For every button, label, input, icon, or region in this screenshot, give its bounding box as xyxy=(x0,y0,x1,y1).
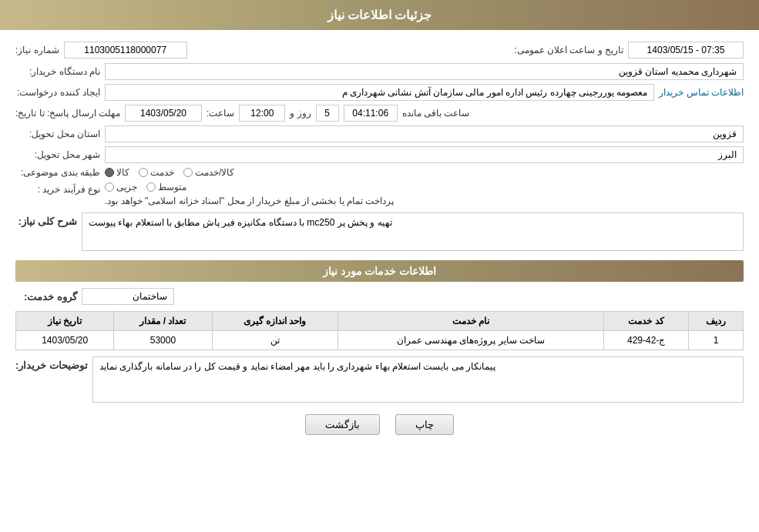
sharh-row: شرح کلی نیاز: تهیه و پخش پر mc250 با دست… xyxy=(15,212,744,251)
table-row: 1ج-42-429ساخت سایر پروژه‌های مهندسی عمرا… xyxy=(16,331,744,350)
col-tedad: تعداد / مقدار xyxy=(114,312,212,331)
khadamat-section-header: اطلاعات خدمات مورد نیاز xyxy=(15,260,744,282)
mohlat-rooz-label: روز و xyxy=(290,108,311,119)
mohlat-baqi-value: 04:11:06 xyxy=(344,105,398,122)
shomara-value: 1103005118000077 xyxy=(64,42,187,59)
shomara-label: شماره نیاز: xyxy=(15,45,59,55)
noe-motavasset[interactable]: متوسط xyxy=(146,182,186,192)
noe-jozi[interactable]: جزیی xyxy=(105,182,137,192)
tarikhe-elan-label: تاریخ و ساعت اعلان عمومی: xyxy=(514,45,623,55)
ijad-konande-value: معصومه یوررجینی چهارده رئیس اداره امور م… xyxy=(105,84,654,101)
shahr-tahvil-row: شهر محل تحویل: البرز xyxy=(15,146,744,163)
noe-farayand-label: نوع فرآیند خرید : xyxy=(15,182,100,195)
tabaqe-khedmat[interactable]: خدمت xyxy=(139,167,174,178)
noe-farayand-text: پرداخت تمام یا بخشی از مبلغ خریدار از مح… xyxy=(105,196,394,206)
table-cell-tedad: 53000 xyxy=(114,331,212,350)
col-tarikh: تاریخ نیاز xyxy=(16,312,114,331)
col-vahed: واحد اندازه گیری xyxy=(212,312,338,331)
tabaqe-options: کالا خدمت کالا/خدمت xyxy=(105,167,234,178)
khadamat-table: ردیف کد خدمت نام خدمت واحد اندازه گیری ت… xyxy=(15,311,744,350)
tabaqe-kala-khedmat-radio[interactable] xyxy=(183,168,193,177)
chap-button[interactable]: چاپ xyxy=(395,414,454,435)
noe-farayand-container: جزیی متوسط پرداخت تمام یا بخشی از مبلغ خ… xyxy=(105,182,744,206)
ijad-konande-row: ایجاد کننده درخواست: معصومه یوررجینی چها… xyxy=(15,84,744,101)
mohlat-baqi-label: ساعت باقی مانده xyxy=(402,108,470,119)
col-nam: نام خدمت xyxy=(338,312,604,331)
col-radif: ردیف xyxy=(688,312,743,331)
noe-farayand-row: نوع فرآیند خرید : جزیی متوسط پرداخت تمام… xyxy=(15,182,744,206)
noe-jozi-radio[interactable] xyxy=(105,182,114,192)
ostan-tahvil-label: استان محل تحویل: xyxy=(15,129,100,139)
sharh-box: تهیه و پخش پر mc250 با دستگاه مکانیزه فی… xyxy=(82,212,744,251)
tabaqe-khedmat-radio[interactable] xyxy=(139,168,148,177)
tabaqe-kala-khedmat[interactable]: کالا/خدمت xyxy=(183,167,234,178)
tabaqe-row: طبقه بندی موضوعی: کالا خدمت کالا/خدمت xyxy=(15,167,744,178)
ijad-konande-label: ایجاد کننده درخواست: xyxy=(15,87,100,98)
ijad-konande-link[interactable]: اطلاعات تماس خریدار xyxy=(659,87,744,98)
page-header: جزئیات اطلاعات نیاز xyxy=(0,0,759,30)
noe-farayand-options: جزیی متوسط xyxy=(105,182,186,192)
table-cell-tarikh: 1403/05/20 xyxy=(16,331,114,350)
grouh-value: ساختمان xyxy=(82,288,174,305)
col-kod: کد خدمت xyxy=(604,312,689,331)
shahr-tahvil-label: شهر محل تحویل: xyxy=(15,149,100,160)
tarikhe-elan-value: 1403/05/15 - 07:35 xyxy=(628,42,744,59)
mohlat-label: مهلت ارسال پاسخ: تا تاریخ: xyxy=(15,108,120,119)
tawzihat-label: توضیحات خریدار: xyxy=(15,356,88,371)
tabaqe-label: طبقه بندی موضوعی: xyxy=(15,167,100,178)
tawzihat-box: پیمانکار می بایست استعلام بهاء شهرداری ر… xyxy=(92,356,744,403)
khadamat-table-section: ردیف کد خدمت نام خدمت واحد اندازه گیری ت… xyxy=(15,311,744,350)
grouh-label: گروه خدمت: xyxy=(15,291,77,303)
mohlat-saaat-value: 12:00 xyxy=(239,105,285,122)
tawzihat-row: توضیحات خریدار: پیمانکار می بایست استعلا… xyxy=(15,356,744,403)
bazgasht-button[interactable]: بازگشت xyxy=(305,414,380,435)
mohlat-rooz-value: 5 xyxy=(316,105,339,122)
tabaqe-kala[interactable]: کالا xyxy=(105,167,129,178)
ostan-tahvil-value: قزوین xyxy=(105,125,744,142)
ostan-tahvil-row: استان محل تحویل: قزوین xyxy=(15,125,744,142)
page-title: جزئیات اطلاعات نیاز xyxy=(327,8,432,22)
nam-dastgah-row: نام دستگاه خریدار: شهرداری محمدیه استان … xyxy=(15,63,744,80)
tabaqe-kala-radio[interactable] xyxy=(105,168,114,177)
table-cell-radif: 1 xyxy=(688,331,743,350)
mohlat-row: مهلت ارسال پاسخ: تا تاریخ: 1403/05/20 سا… xyxy=(15,105,744,122)
ijad-konande-container: معصومه یوررجینی چهارده رئیس اداره امور م… xyxy=(105,84,744,101)
sharh-label: شرح کلی نیاز: xyxy=(15,212,77,227)
table-cell-vahed: تن xyxy=(212,331,338,350)
table-cell-nam: ساخت سایر پروژه‌های مهندسی عمران xyxy=(338,331,604,350)
table-cell-kod: ج-42-429 xyxy=(604,331,689,350)
noe-motavasset-radio[interactable] xyxy=(146,182,156,192)
grouh-row: گروه خدمت: ساختمان xyxy=(15,288,744,305)
nam-dastgah-label: نام دستگاه خریدار: xyxy=(15,66,100,77)
bottom-buttons: چاپ بازگشت xyxy=(15,414,744,450)
mohlat-date: 1403/05/20 xyxy=(125,105,202,122)
nam-dastgah-value: شهرداری محمدیه استان قزوین xyxy=(105,63,744,80)
mohlat-saaat-label: ساعت: xyxy=(207,108,234,119)
shahr-tahvil-value: البرز xyxy=(105,146,744,163)
